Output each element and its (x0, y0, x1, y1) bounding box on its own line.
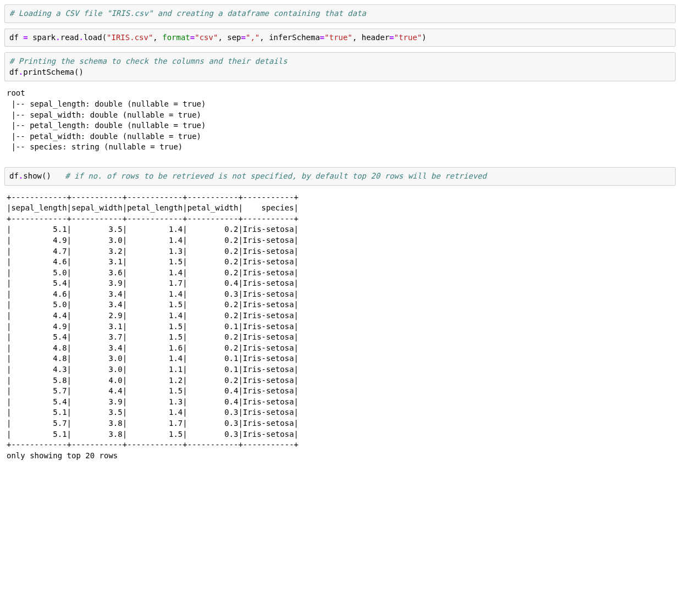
code-var: df (9, 33, 23, 42)
code-string: "," (246, 33, 259, 42)
code-func: printSchema (23, 68, 74, 76)
code-string: "true" (394, 33, 422, 42)
code-eq: = (241, 33, 246, 42)
code-attr: read (60, 33, 79, 42)
code-func: show (23, 171, 42, 180)
code-keyword-arg: header (362, 33, 390, 42)
code-comment: # Printing the schema to check the colum… (9, 57, 288, 65)
code-cell-2[interactable]: df = spark.read.load("IRIS.csv", format=… (4, 29, 676, 47)
code-eq: = (190, 33, 195, 42)
code-var: df (9, 68, 19, 76)
code-dot: . (56, 33, 60, 42)
code-string: "IRIS.csv" (107, 33, 153, 42)
code-cell-4[interactable]: df.show() # if no. of rows to be retriev… (4, 167, 676, 186)
output-table: +------------+-----------+------------+-… (4, 191, 676, 467)
code-comma: , (352, 33, 362, 42)
code-paren: ) (422, 33, 426, 42)
code-comma: , (218, 33, 227, 42)
code-keyword-arg: inferSchema (269, 33, 320, 42)
code-eq: = (389, 33, 394, 42)
code-paren: () (42, 171, 51, 180)
code-paren: () (74, 68, 84, 76)
code-keyword-arg: format (162, 33, 190, 42)
code-comment: # if no. of rows to be retrieved is not … (65, 171, 486, 180)
code-spacer (51, 171, 65, 180)
code-comment: # Loading a CSV file "IRIS.csv" and crea… (9, 9, 366, 18)
code-cell-1[interactable]: # Loading a CSV file "IRIS.csv" and crea… (4, 4, 676, 23)
code-string: "csv" (195, 33, 218, 42)
code-cell-3[interactable]: # Printing the schema to check the colum… (4, 52, 676, 81)
code-var: spark (32, 33, 56, 42)
code-func: load (84, 33, 102, 42)
code-keyword-arg: sep (227, 33, 241, 42)
code-string: "true" (324, 33, 352, 42)
code-paren: ( (102, 33, 107, 42)
code-comma: , (259, 33, 269, 42)
output-schema: root |-- sepal_length: double (nullable … (4, 87, 676, 158)
code-dot: . (79, 33, 83, 42)
code-var: df (9, 171, 19, 180)
code-op: = (23, 33, 32, 42)
code-comma: , (153, 33, 162, 42)
